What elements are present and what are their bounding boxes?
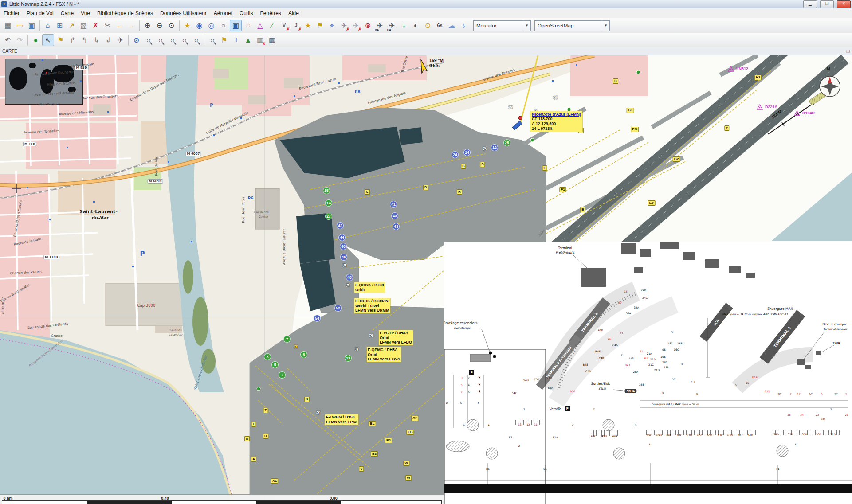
user-aircraft-icon[interactable]: ✈ [291, 342, 301, 352]
new-flightplan-icon[interactable]: ▤ [2, 20, 13, 31]
show-tracks-icon[interactable]: ★ [302, 20, 314, 31]
parking-spot[interactable]: 46 [340, 243, 347, 250]
undo-icon[interactable]: ↶ [2, 35, 13, 46]
menu-aide[interactable]: Aide [285, 9, 302, 17]
parking-spot[interactable]: 27 [325, 213, 332, 220]
parking-spot[interactable]: 41 [390, 201, 397, 208]
compass-off-icon[interactable]: ⊘ [131, 35, 142, 46]
show-jet-airways-icon[interactable]: J✗ [291, 20, 302, 31]
waypoint-label[interactable]: D221A [765, 105, 777, 109]
parking-spot[interactable]: 43 [393, 223, 400, 230]
ai-aircraft-icon[interactable]: ✈ [343, 280, 353, 290]
ai-aircraft-icon[interactable]: ✈ [506, 102, 516, 112]
waypoint-label[interactable]: D104R [802, 111, 815, 115]
show-gps-icon[interactable]: ⌖ [326, 20, 338, 31]
parking-spot[interactable]: 15 [323, 187, 330, 194]
proc-departure-icon[interactable]: ↱ [67, 35, 78, 46]
show-ai-aircraft-icon[interactable]: ✈✗ [338, 20, 349, 31]
ai-aircraft-icon[interactable]: ✈ [480, 144, 490, 153]
maximize-button[interactable]: ❐ [820, 0, 834, 8]
center-flightplan-icon[interactable]: ⊞ [54, 20, 65, 31]
menu-biblioth-que-de-sc-nes[interactable]: Bibliothèque de Scènes [94, 9, 157, 17]
show-ai-boats-icon[interactable]: ✈✗ [350, 20, 361, 31]
aircraft-va-icon[interactable]: ✈VA [374, 20, 385, 31]
zoom-out-icon[interactable]: ⊖ [154, 20, 165, 31]
parking-spot[interactable]: 43 [391, 212, 398, 219]
parking-spot[interactable]: 12 [491, 144, 498, 151]
show-world-icon[interactable]: ● [30, 35, 41, 46]
aircraft-label[interactable]: F-TKHK / B738ZNWorld TravelLFMN vers URM… [354, 298, 390, 313]
show-vor-icon[interactable]: ◉ [194, 20, 205, 31]
aircraft-label[interactable]: F-VCTP / DH8AOrbitLFMN vers LFBO [379, 330, 413, 345]
search-online-icon[interactable]: ○ [191, 35, 202, 46]
show-hotspots-icon[interactable]: ★ [182, 20, 193, 31]
menu-donn-es-utilisateur[interactable]: Données Utilisateur [157, 9, 210, 17]
ai-aircraft-icon[interactable]: ✈ [340, 260, 350, 270]
map-forward-icon[interactable]: → [126, 20, 137, 31]
delete-marks-icon[interactable]: ✗ [90, 20, 101, 31]
map-back-icon[interactable]: ← [114, 20, 125, 31]
show-airports-icon[interactable]: ◌ [243, 20, 254, 31]
weather-icon[interactable]: ☁ [446, 20, 457, 31]
parking-spot[interactable]: 3 [264, 353, 271, 360]
projection-select[interactable]: Mercator ▼ [473, 20, 531, 31]
proc-approach-icon[interactable]: ↳ [91, 35, 102, 46]
parking-spot[interactable]: 2 [283, 336, 291, 343]
search-airport-icon[interactable]: ○ [143, 35, 154, 46]
zoom-fit-icon[interactable]: ⊙ [166, 20, 177, 31]
parking-spot[interactable]: 52 [334, 305, 342, 312]
time-6s-icon[interactable]: 6s [434, 20, 445, 31]
aircraft-trail-icon[interactable]: ✈ [115, 35, 126, 46]
redo-icon[interactable]: ↷ [14, 35, 25, 46]
parking-spot[interactable]: 6 [300, 351, 307, 358]
zoom-search-icon[interactable]: ○ [207, 35, 218, 46]
menu-fichier[interactable]: Fichier [0, 9, 23, 17]
map-cursor-icon[interactable]: ↖ [42, 34, 54, 46]
show-waypoints-icon[interactable]: △ [255, 20, 266, 31]
ai-aircraft-icon[interactable]: ✈ [367, 331, 377, 340]
dock-float-icon[interactable]: ❐ [846, 49, 850, 54]
show-route-flag-icon[interactable]: ⚑ [314, 20, 326, 31]
elevation-profile-icon[interactable]: ▲ [243, 35, 254, 46]
search-nav-icon[interactable]: ○ [155, 35, 166, 46]
window-layout-icon[interactable]: ▦ [267, 35, 278, 46]
map-canvas[interactable]: La ProvençaleChemin de la Digue des Fran… [0, 55, 852, 504]
parking-spot[interactable]: 14 [325, 199, 332, 207]
show-airport-diagram-icon[interactable]: ▣ [230, 20, 242, 31]
proc-arrival-icon[interactable]: ↰ [79, 35, 90, 46]
open-flightplan-icon[interactable]: ▭ [14, 20, 25, 31]
parking-spot[interactable]: 54 [314, 315, 321, 322]
ai-aircraft-icon[interactable]: ✈ [314, 408, 323, 418]
measure-icon[interactable]: ✂ [102, 20, 113, 31]
parking-spot[interactable]: 46 [340, 254, 347, 261]
save-flightplan-icon[interactable]: ▣ [26, 20, 37, 31]
ai-aircraft-icon[interactable]: ✈ [551, 93, 561, 102]
parking-spot[interactable]: 24 [452, 151, 459, 158]
parking-spot[interactable]: 13 [345, 355, 352, 362]
parking-spot[interactable]: 14 [463, 149, 471, 156]
ai-aircraft-icon[interactable]: ✈ [352, 344, 362, 354]
route-string-icon[interactable]: ⚑ [219, 35, 230, 46]
close-button[interactable]: ✕ [837, 0, 851, 8]
show-online-centers-icon[interactable]: ⊗ [362, 20, 373, 31]
search-userdata-icon[interactable]: ○ [179, 35, 190, 46]
aircraft-ca-icon[interactable]: ✈CA [386, 20, 397, 31]
home-icon[interactable]: ⌂ [42, 20, 53, 31]
search-procedure-icon[interactable]: ○ [167, 35, 178, 46]
route-add-icon[interactable]: ⚑ [55, 35, 66, 46]
parking-spot[interactable]: 7 [279, 371, 286, 379]
parking-spot[interactable]: 44 [338, 234, 346, 241]
menu-outils[interactable]: Outils [236, 9, 257, 17]
parking-spot[interactable]: 25 [503, 139, 510, 146]
map-style-select[interactable]: OpenStreetMap ▼ [534, 20, 610, 31]
online-map-icon[interactable]: ♁ [458, 20, 469, 31]
proc-transition-icon[interactable]: ↲ [103, 35, 114, 46]
show-airways-icon[interactable]: ∕ [267, 20, 278, 31]
sun-shading-icon[interactable]: ⊙ [422, 20, 433, 31]
airport-info-label[interactable]: Nice/Cote d'Azur (LFMN) CT 118.700 A 12-… [530, 111, 582, 132]
aircraft-label[interactable]: F-QGKK / B738Orbit [354, 282, 385, 293]
aircraft-label[interactable]: F-LWHG / B350LFMN vers EP63 [325, 414, 358, 425]
waypoint-label[interactable]: LN612 [736, 66, 748, 71]
menu-plan-de-vol[interactable]: Plan de Vol [23, 9, 57, 17]
show-globe-icon[interactable]: ♁ [398, 20, 409, 31]
